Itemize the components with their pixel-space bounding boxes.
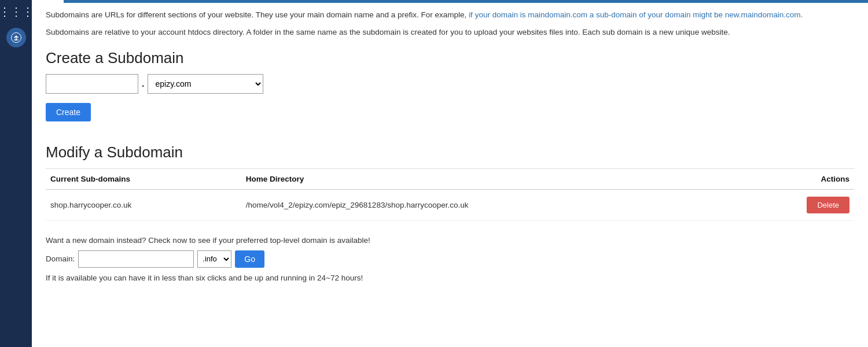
grid-icon[interactable]: ⋮⋮⋮: [0, 5, 34, 19]
create-button[interactable]: Create: [46, 103, 91, 121]
go-button[interactable]: Go: [235, 250, 264, 268]
sidebar: ⋮⋮⋮: [0, 0, 32, 347]
col-header-home-dir: Home Directory: [241, 169, 742, 190]
create-section-title: Create a Subdomain: [46, 49, 854, 67]
domain-checker-promo: Want a new domain instead? Check now to …: [46, 236, 854, 245]
domain-checker-input[interactable]: [78, 250, 194, 268]
description-para1: Subdomains are URLs for different sectio…: [46, 9, 854, 21]
home-dir-cell: /home/vol4_2/epizy.com/epiz_29681283/sho…: [241, 189, 742, 220]
create-form: . epizy.com epizy.net epizy.org: [46, 74, 854, 94]
col-header-subdomain: Current Sub-domains: [46, 169, 241, 190]
subdomain-table: Current Sub-domains Home Directory Actio…: [46, 169, 854, 221]
main-content: Subdomains are URLs for different sectio…: [32, 0, 868, 347]
domain-checker-form: Domain: .info .com .net .org .biz Go: [46, 250, 854, 268]
modify-section-title: Modify a Subdomain: [46, 143, 854, 161]
col-header-actions: Actions: [742, 169, 854, 190]
domain-checker-section: Want a new domain instead? Check now to …: [46, 232, 854, 282]
subdomain-input[interactable]: [46, 74, 138, 94]
upload-icon[interactable]: [6, 28, 26, 47]
subdomain-cell: shop.harrycooper.co.uk: [46, 189, 241, 220]
top-bar: [64, 0, 868, 3]
footer-note: If it is available you can have it in le…: [46, 274, 854, 282]
domain-select[interactable]: epizy.com epizy.net epizy.org: [148, 74, 263, 94]
description-para2: Subdomains are relative to your account …: [46, 27, 854, 38]
dot-separator: .: [142, 79, 144, 89]
modify-section: Modify a Subdomain Current Sub-domains H…: [46, 143, 854, 221]
actions-cell: Delete: [742, 189, 854, 220]
tld-select[interactable]: .info .com .net .org .biz: [197, 250, 231, 268]
description-link: if your domain is maindomain.com a sub-d…: [469, 10, 803, 19]
delete-button[interactable]: Delete: [807, 197, 849, 213]
table-header-row: Current Sub-domains Home Directory Actio…: [46, 169, 854, 190]
table-row: shop.harrycooper.co.uk /home/vol4_2/epiz…: [46, 189, 854, 220]
domain-label: Domain:: [46, 254, 75, 263]
